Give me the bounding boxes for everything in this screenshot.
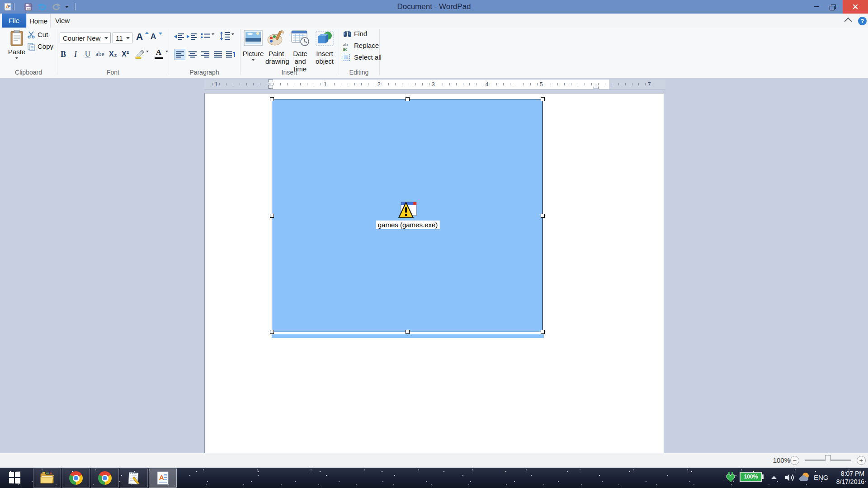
zoom-out-button[interactable]: − — [790, 456, 799, 465]
paragraph-mark-icon — [226, 51, 236, 58]
taskbar-wordpad-button-active[interactable]: A — [149, 469, 177, 488]
cut-button[interactable]: Cut — [38, 31, 48, 38]
copy-button[interactable]: Copy — [38, 42, 53, 50]
bold-button[interactable]: B — [58, 49, 69, 60]
start-button[interactable] — [0, 468, 29, 488]
bullets-button[interactable] — [201, 33, 210, 41]
find-icon[interactable] — [343, 31, 352, 38]
tab-home[interactable]: Home — [26, 14, 51, 28]
taskbar-chrome-button-2[interactable] — [91, 469, 119, 488]
superscript-button[interactable]: X² — [120, 49, 131, 60]
resize-handle-middle-right[interactable] — [541, 214, 545, 218]
embedded-object[interactable]: games (games.exe) — [272, 99, 543, 332]
weather-tray-icon[interactable] — [798, 472, 810, 483]
zoom-in-button[interactable]: + — [857, 456, 866, 465]
highlight-dropdown-icon[interactable] — [146, 52, 149, 61]
select-all-icon[interactable] — [343, 54, 350, 61]
font-family-combobox[interactable]: Courier New — [60, 33, 111, 43]
zoom-level: 100% — [763, 453, 790, 468]
grow-font-button[interactable]: A — [136, 31, 148, 43]
justify-button[interactable] — [212, 49, 223, 60]
taskbar-clock[interactable]: 8:07 PM 8/17/2016 — [815, 469, 864, 486]
resize-handle-top-left[interactable] — [270, 97, 274, 101]
resize-handle-bottom-right[interactable] — [541, 330, 545, 334]
arrow-up-icon — [145, 32, 149, 34]
picture-icon — [244, 30, 263, 46]
cut-icon[interactable] — [27, 31, 35, 38]
taskbar-chrome-button[interactable] — [62, 469, 90, 488]
paragraph-dialog-button[interactable] — [225, 49, 237, 60]
hanging-indent-marker[interactable] — [268, 85, 273, 89]
insert-object-icon — [316, 30, 334, 46]
taskbar-file-explorer-button[interactable] — [33, 469, 61, 488]
shrink-font-button[interactable]: A — [151, 32, 161, 43]
underline-button[interactable]: U — [82, 49, 93, 60]
paste-label: Paste — [6, 48, 27, 56]
resize-handle-bottom-left[interactable] — [270, 330, 274, 334]
broken-shortcut-warning-icon — [397, 201, 418, 220]
picture-button[interactable]: Picture — [242, 30, 264, 61]
clock-time: 8:07 PM — [815, 469, 864, 478]
paste-button[interactable]: Paste — [6, 30, 27, 59]
document-page[interactable]: games (games.exe) — [204, 93, 664, 453]
title-bar: A — [0, 0, 868, 14]
line-spacing-button[interactable] — [220, 32, 230, 41]
insert-object-button[interactable]: Insert object — [314, 30, 335, 65]
replace-icon[interactable]: ab ac — [343, 42, 352, 52]
resize-handle-bottom-center[interactable] — [406, 330, 410, 334]
battery-percent: 100% — [744, 474, 758, 480]
italic-button[interactable]: I — [70, 49, 81, 60]
increase-indent-button[interactable] — [187, 33, 197, 41]
ruler-number: 4 — [484, 80, 490, 89]
file-explorer-icon — [40, 472, 54, 484]
resize-handle-middle-left[interactable] — [270, 214, 274, 218]
font-size-combobox[interactable]: 11 — [113, 33, 132, 43]
bullets-dropdown-icon[interactable] — [212, 35, 214, 43]
align-left-icon — [176, 51, 184, 58]
font-color-swatch — [155, 57, 163, 59]
resize-handle-top-right[interactable] — [541, 97, 545, 101]
battery-indicator[interactable]: 100% — [740, 472, 762, 482]
tab-view[interactable]: View — [51, 14, 74, 28]
group-separator — [379, 29, 380, 75]
select-all-button[interactable]: Select all — [354, 53, 382, 61]
align-center-icon — [189, 51, 197, 58]
editing-group-label: Editing — [349, 68, 369, 77]
minimize-button[interactable] — [807, 0, 826, 14]
font-color-dropdown-icon[interactable] — [165, 52, 168, 61]
taskbar-notepad-button[interactable] — [120, 469, 148, 488]
wordpad-window: A — [0, 0, 868, 488]
replace-button[interactable]: Replace — [354, 42, 379, 49]
zoom-slider-thumb[interactable] — [825, 455, 831, 465]
copy-icon[interactable] — [27, 43, 35, 51]
decrease-indent-button[interactable] — [174, 33, 184, 41]
power-plug-tray-icon[interactable] — [726, 472, 736, 483]
align-left-button[interactable] — [174, 49, 185, 60]
ribbon: Paste Cut Copy Clipboard Courier New — [0, 28, 868, 79]
strikethrough-button[interactable]: abe — [94, 49, 105, 60]
svg-text:A: A — [159, 474, 164, 481]
align-center-button[interactable] — [187, 49, 198, 60]
arrow-down-icon — [159, 33, 162, 35]
ruler[interactable]: 1 1 2 3 4 5 7 — [204, 80, 665, 89]
notepad-icon — [127, 471, 141, 485]
find-button[interactable]: Find — [354, 30, 367, 38]
line-spacing-dropdown-icon[interactable] — [231, 35, 234, 43]
resize-handle-top-center[interactable] — [406, 97, 410, 101]
font-color-label: A — [156, 48, 161, 56]
chrome-icon — [69, 471, 83, 485]
highlight-color-button[interactable] — [135, 50, 145, 59]
date-and-time-button[interactable]: Date and time — [288, 30, 312, 73]
close-button[interactable] — [843, 0, 868, 14]
restore-button[interactable] — [823, 0, 841, 14]
tab-file[interactable]: File — [2, 14, 26, 28]
paint-drawing-icon — [267, 30, 286, 46]
align-right-button[interactable] — [199, 49, 211, 60]
paint-drawing-button[interactable]: Paint drawing — [265, 30, 287, 65]
help-button[interactable]: ? — [858, 17, 867, 25]
show-hidden-icons-arrow[interactable] — [771, 476, 777, 479]
windows-logo-icon — [9, 471, 20, 484]
subscript-button[interactable]: X₂ — [108, 49, 118, 60]
font-color-button[interactable]: A — [154, 48, 164, 60]
volume-tray-icon[interactable] — [785, 473, 795, 484]
